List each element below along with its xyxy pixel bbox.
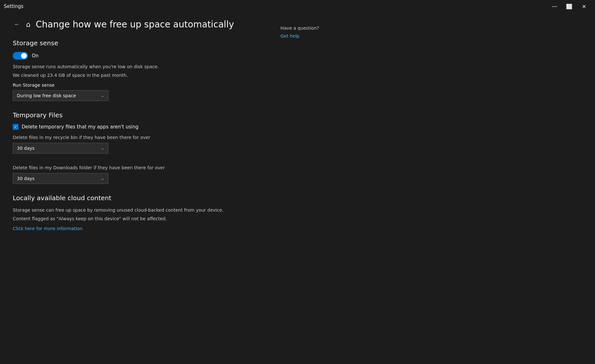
title-bar-controls: — ⬜ ✕ [547,1,591,11]
toggle-track [13,52,28,60]
checkbox-checkmark: ✓ [14,125,17,129]
main-content: ← ⌂ Change how we free up space automati… [13,19,268,242]
downloads-dropdown-arrow: ⌄ [101,176,104,181]
downloads-dropdown-value: 30 days [17,176,34,181]
temporary-files-section: Temporary Files ✓ Delete temporary files… [13,111,268,184]
delete-temp-checkbox[interactable]: ✓ [13,124,18,130]
storage-sense-desc1: Storage sense runs automatically when yo… [13,63,268,70]
maximize-button[interactable]: ⬜ [562,1,577,11]
temporary-files-title: Temporary Files [13,111,268,119]
recycle-bin-dropdown-arrow: ⌄ [101,146,104,150]
recycle-bin-dropdown-value: 30 days [17,146,34,151]
page-title: Change how we free up space automaticall… [36,19,234,30]
toggle-row: On [13,52,268,60]
cloud-content-title: Locally available cloud content [13,194,268,202]
run-storage-dropdown-value: During low free disk space [17,93,76,98]
title-bar-left: Settings [4,4,24,9]
toggle-label: On [32,53,39,59]
storage-sense-title: Storage sense [13,39,268,47]
home-icon: ⌂ [26,20,31,28]
page-header: ← ⌂ Change how we free up space automati… [13,19,268,30]
recycle-bin-dropdown[interactable]: 30 days ⌄ [13,143,108,154]
storage-sense-desc2: We cleaned up 23.4 GB of space in the pa… [13,72,268,79]
minimize-button[interactable]: — [547,1,562,11]
downloads-desc: Delete files in my Downloads folder if t… [13,164,268,171]
delete-temp-row: ✓ Delete temporary files that my apps ar… [13,124,268,130]
cloud-content-desc2: Content flagged as "Always keep on this … [13,215,268,222]
downloads-dropdown[interactable]: 30 days ⌄ [13,173,108,184]
toggle-thumb [21,53,27,59]
storage-sense-section: Storage sense On Storage sense runs auto… [13,39,268,101]
title-bar-title: Settings [4,4,24,9]
run-storage-dropdown-arrow: ⌄ [101,93,104,98]
title-bar: Settings — ⬜ ✕ [0,0,595,13]
get-help-link[interactable]: Get help [280,33,300,39]
help-question: Have a question? [280,25,344,31]
delete-temp-label: Delete temporary files that my apps aren… [22,124,138,130]
run-storage-dropdown[interactable]: During low free disk space ⌄ [13,90,108,101]
run-storage-label: Run Storage sense [13,83,268,88]
cloud-content-info-link[interactable]: Click here for more information [13,226,83,231]
recycle-bin-desc: Delete files in my recycle bin if they h… [13,134,268,141]
content-wrapper: ← ⌂ Change how we free up space automati… [0,13,595,248]
close-button[interactable]: ✕ [577,1,591,11]
back-button[interactable]: ← [13,20,21,29]
cloud-content-section: Locally available cloud content Storage … [13,194,268,231]
sidebar-help: Have a question? Get help [280,19,344,242]
cloud-content-desc1: Storage sense can free up space by remov… [13,207,268,214]
storage-sense-toggle[interactable] [13,52,28,60]
